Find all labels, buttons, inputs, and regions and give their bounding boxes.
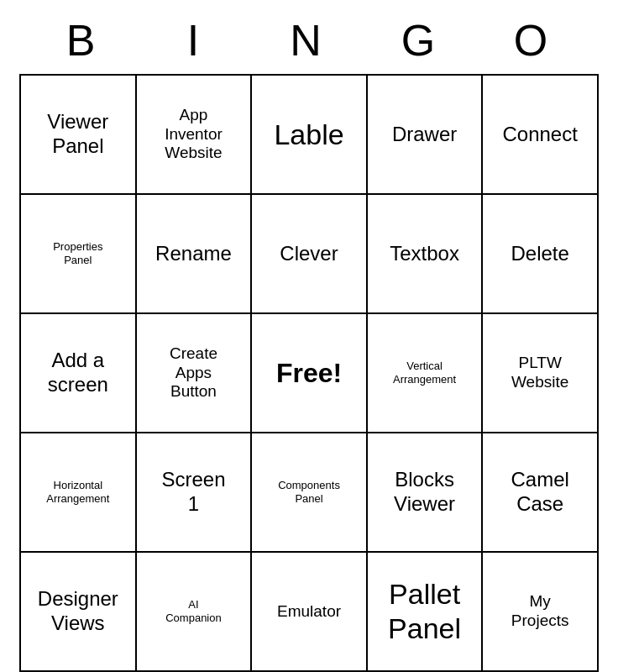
- cell-1-1: Rename: [136, 194, 252, 313]
- cell-2-1: CreateAppsButton: [136, 313, 252, 433]
- title-b: B: [34, 15, 134, 66]
- cell-1-2: Clever: [251, 194, 367, 313]
- cell-2-4: PLTWWebsite: [482, 313, 598, 433]
- cell-4-2: Emulator: [251, 552, 367, 671]
- cell-2-3: VerticalArrangement: [367, 313, 483, 433]
- title-g: G: [371, 15, 472, 66]
- title-i: I: [146, 15, 247, 66]
- cell-4-0: DesignerViews: [20, 552, 136, 671]
- cell-0-1: AppInventorWebsite: [136, 75, 252, 194]
- cell-1-0: PropertiesPanel: [20, 194, 136, 313]
- cell-3-3: BlocksViewer: [367, 433, 483, 552]
- cell-1-3: Textbox: [367, 194, 483, 313]
- cell-2-2: Free!: [251, 313, 367, 433]
- title-o: O: [484, 15, 584, 66]
- cell-4-4: MyProjects: [482, 552, 598, 671]
- cell-1-4: Delete: [482, 194, 598, 313]
- cell-3-4: CamelCase: [482, 433, 598, 552]
- cell-0-2: Lable: [251, 75, 367, 194]
- bingo-table: ViewerPanelAppInventorWebsiteLableDrawer…: [19, 74, 599, 672]
- cell-0-0: ViewerPanel: [20, 75, 136, 194]
- cell-3-2: ComponentsPanel: [251, 433, 367, 552]
- cell-0-4: Connect: [482, 75, 598, 194]
- cell-4-3: PalletPanel: [367, 552, 483, 671]
- bingo-title: B I N G O: [19, 0, 599, 74]
- title-n: N: [259, 15, 359, 66]
- cell-4-1: AICompanion: [136, 552, 252, 671]
- cell-3-0: HorizontalArrangement: [20, 433, 136, 552]
- cell-0-3: Drawer: [367, 75, 483, 194]
- cell-2-0: Add ascreen: [20, 313, 136, 433]
- cell-3-1: Screen1: [136, 433, 252, 552]
